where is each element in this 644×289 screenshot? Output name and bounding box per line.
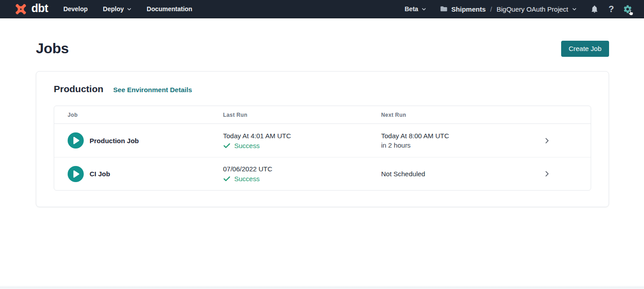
brand-text: dbt [31, 3, 48, 15]
last-run-cell: 07/06/2022 UTC Success [223, 165, 381, 183]
last-run-status: Success [223, 142, 381, 149]
open-job-button[interactable] [542, 169, 552, 179]
nav-item-develop-label: Develop [63, 5, 87, 13]
bell-icon [590, 5, 599, 13]
nav-item-deploy-label: Deploy [103, 5, 124, 13]
open-job-button[interactable] [542, 136, 552, 146]
check-icon [223, 175, 231, 183]
gear-icon [623, 4, 632, 14]
create-job-button[interactable]: Create Job [561, 41, 609, 57]
last-run-cell: Today At 4:01 AM UTC Success [223, 132, 381, 149]
folder-icon [440, 5, 448, 13]
last-run-time: 07/06/2022 UTC [223, 165, 381, 173]
nav-item-documentation[interactable]: Documentation [147, 5, 193, 13]
run-job-button[interactable] [68, 132, 84, 149]
play-icon [68, 132, 84, 149]
status-badge: Success [234, 175, 260, 183]
dbt-logo[interactable]: dbt [13, 2, 48, 17]
column-header-next-run: Next Run [381, 112, 540, 118]
top-navbar: dbt Develop Deploy Documentation Beta Sh… [0, 0, 644, 18]
next-run-time: Not Scheduled [381, 170, 540, 178]
table-row[interactable]: Production Job Today At 4:01 AM UTC Succ… [54, 124, 591, 157]
dbt-logo-icon [13, 2, 28, 17]
help-button[interactable]: ? [609, 4, 614, 13]
job-name: CI Job [90, 170, 110, 178]
beta-dropdown[interactable]: Beta [404, 5, 426, 13]
jobs-table: Job Last Run Next Run Production Job Tod… [54, 106, 591, 191]
see-environment-details-link[interactable]: See Environment Details [113, 86, 192, 94]
notifications-button[interactable] [590, 5, 599, 13]
page-title: Jobs [36, 40, 69, 57]
status-badge: Success [234, 142, 260, 149]
chevron-down-icon [572, 7, 577, 12]
jobs-table-header-row: Job Last Run Next Run [54, 106, 591, 124]
job-cell: CI Job [68, 166, 223, 182]
chevron-right-icon [544, 137, 550, 144]
nav-item-deploy[interactable]: Deploy [103, 5, 132, 13]
environment-card-header: Production See Environment Details [54, 84, 591, 94]
primary-nav: Develop Deploy Documentation [63, 5, 192, 13]
job-cell: Production Job [68, 132, 223, 149]
nav-item-develop[interactable]: Develop [63, 5, 87, 13]
nav-item-documentation-label: Documentation [147, 5, 193, 13]
beta-label: Beta [404, 5, 418, 13]
page-header: Jobs Create Job [0, 18, 644, 57]
navbar-right: Beta Shipments / BigQuery OAuth Project … [404, 4, 632, 14]
breadcrumb-environment: BigQuery OAuth Project [497, 5, 568, 13]
viewport-bottom-edge [0, 285, 644, 289]
table-row[interactable]: CI Job 07/06/2022 UTC Success Not Schedu… [54, 157, 591, 190]
row-actions-cell [540, 169, 591, 179]
next-run-time: Today At 8:00 AM UTC [381, 132, 540, 140]
last-run-time: Today At 4:01 AM UTC [223, 132, 381, 140]
next-run-relative: in 2 hours [381, 141, 540, 149]
last-run-status: Success [223, 175, 381, 183]
settings-button[interactable] [623, 4, 632, 14]
environment-title: Production [54, 84, 103, 94]
column-header-job: Job [68, 112, 223, 118]
environment-card: Production See Environment Details Job L… [36, 71, 609, 207]
breadcrumb-project: Shipments [451, 5, 486, 13]
next-run-cell: Not Scheduled [381, 170, 540, 178]
question-mark-icon: ? [609, 4, 614, 13]
column-header-last-run: Last Run [223, 112, 381, 118]
check-icon [223, 142, 231, 149]
breadcrumb-separator: / [490, 5, 492, 13]
row-actions-cell [540, 136, 591, 146]
next-run-cell: Today At 8:00 AM UTC in 2 hours [381, 132, 540, 149]
run-job-button[interactable] [68, 166, 84, 182]
chevron-down-icon [127, 7, 132, 12]
chevron-right-icon [544, 170, 550, 177]
play-icon [68, 166, 84, 182]
chevron-down-icon [421, 7, 426, 12]
job-name: Production Job [90, 137, 139, 144]
project-selector[interactable]: Shipments / BigQuery OAuth Project [440, 5, 577, 13]
